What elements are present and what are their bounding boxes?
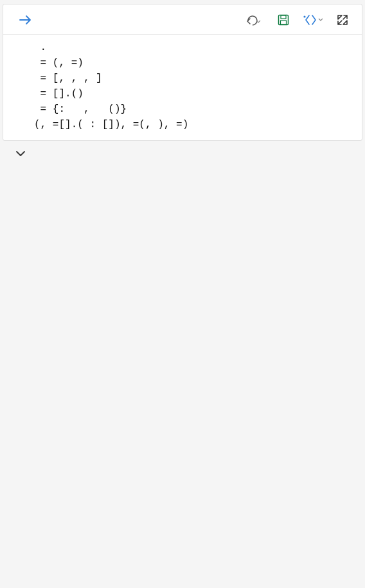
svg-point-3 bbox=[303, 15, 305, 17]
output-type-label[interactable] bbox=[0, 141, 365, 161]
chevron-down-icon bbox=[15, 150, 26, 157]
goto-cell-arrow-icon[interactable] bbox=[19, 14, 33, 26]
line-number bbox=[3, 117, 34, 132]
svg-rect-1 bbox=[281, 15, 286, 19]
code-line-1[interactable]: . bbox=[34, 40, 362, 55]
line-number bbox=[3, 40, 34, 55]
line-number bbox=[3, 86, 34, 102]
line-number bbox=[3, 55, 34, 71]
scatter-matrix-svg bbox=[8, 161, 355, 418]
python-editor-panel: . = (, =) = [, , , ] = [].() = {: , ()} … bbox=[3, 4, 362, 141]
svg-rect-2 bbox=[281, 21, 287, 24]
code-editor[interactable]: . = (, =) = [, , , ] = [].() = {: , ()} … bbox=[3, 35, 362, 140]
code-line-2[interactable]: = (, =) bbox=[34, 55, 362, 71]
expand-button[interactable] bbox=[332, 11, 353, 29]
scatter-matrix-output bbox=[0, 161, 365, 421]
save-button[interactable] bbox=[273, 11, 294, 29]
svg-rect-0 bbox=[279, 15, 289, 25]
line-number bbox=[3, 102, 34, 117]
undo-button[interactable] bbox=[240, 11, 268, 29]
output-mode-button[interactable] bbox=[299, 11, 327, 29]
line-number bbox=[3, 71, 34, 86]
code-line-5[interactable]: = {: , ()} bbox=[34, 102, 362, 117]
editor-toolbar bbox=[3, 4, 362, 35]
code-line-4[interactable]: = [].() bbox=[34, 86, 362, 102]
code-line-6[interactable]: (, =[].( : []), =(, ), =) bbox=[34, 117, 362, 132]
code-line-3[interactable]: = [, , , ] bbox=[34, 71, 362, 86]
